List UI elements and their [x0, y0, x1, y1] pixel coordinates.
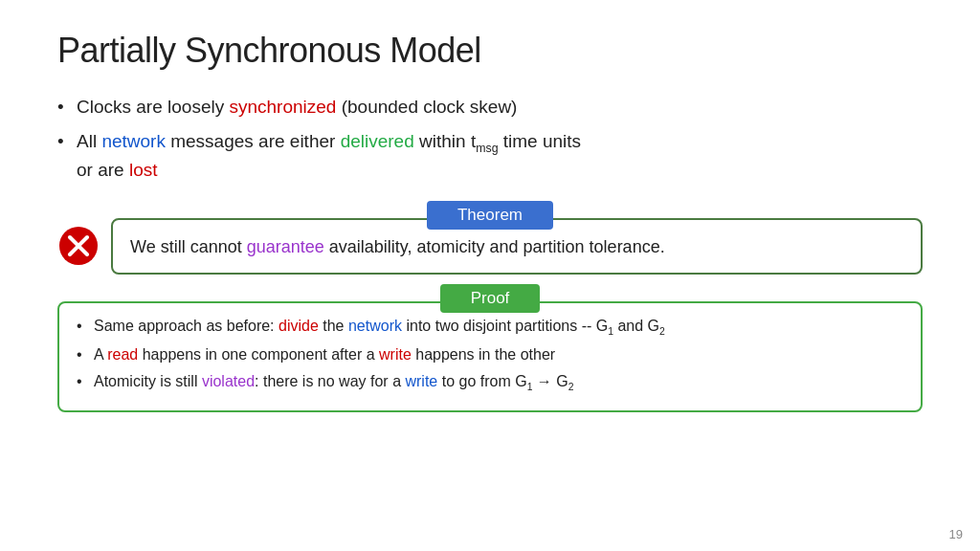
theorem-section: Theorem We still cannot guarantee availa… — [57, 201, 923, 275]
proof-badge: Proof — [440, 284, 541, 313]
proof-list: Same approach as before: divide the netw… — [77, 315, 903, 395]
proof-item-1: Same approach as before: divide the netw… — [77, 315, 903, 340]
bullet-2: All network messages are either delivere… — [57, 128, 923, 184]
proof-item-3: Atomicity is still violated: there is no… — [77, 370, 903, 395]
slide: Partially Synchronous Model Clocks are l… — [0, 0, 980, 551]
bullet-list: Clocks are loosely synchronized (bounded… — [57, 94, 923, 184]
page-number: 19 — [949, 527, 963, 541]
proof-item-2: A read happens in one component after a … — [77, 343, 903, 366]
bullet-1: Clocks are loosely synchronized (bounded… — [57, 94, 923, 121]
theorem-badge: Theorem — [427, 201, 553, 230]
proof-box: Same approach as before: divide the netw… — [57, 301, 923, 412]
slide-title: Partially Synchronous Model — [57, 31, 923, 71]
proof-section: Proof Same approach as before: divide th… — [57, 284, 923, 412]
error-icon — [57, 225, 100, 267]
